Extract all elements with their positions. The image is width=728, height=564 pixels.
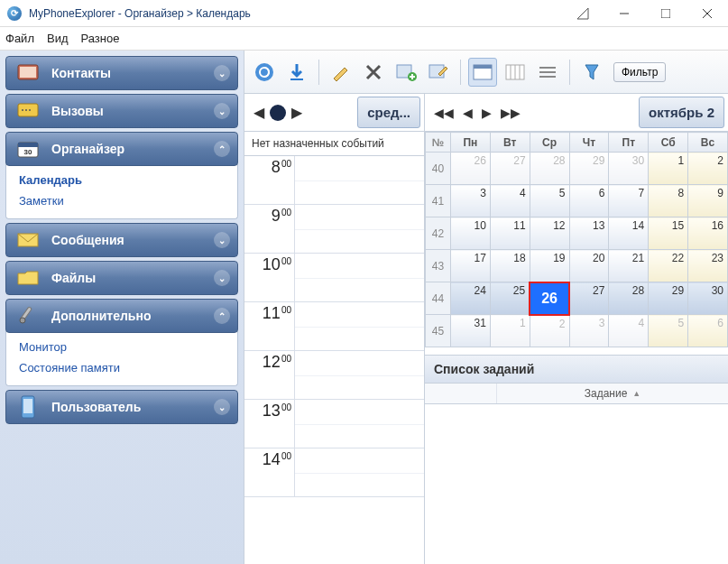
hour-row[interactable]: 1400 bbox=[244, 448, 424, 497]
nav-advanced[interactable]: Дополнительно ⌃ bbox=[5, 299, 238, 333]
hour-row[interactable]: 900 bbox=[244, 205, 424, 254]
sidebar-item-memory[interactable]: Состояние памяти bbox=[19, 357, 225, 378]
calendar-day[interactable]: 28 bbox=[530, 153, 569, 185]
hour-row[interactable]: 1300 bbox=[244, 400, 424, 448]
calendar-day[interactable]: 19 bbox=[530, 250, 569, 282]
day-prev-button[interactable]: ◀ bbox=[253, 104, 264, 121]
hour-slot[interactable] bbox=[295, 205, 424, 253]
calendar-day[interactable]: 5 bbox=[530, 185, 569, 217]
menu-misc[interactable]: Разное bbox=[81, 32, 120, 45]
month-next-button[interactable]: ▶ bbox=[482, 106, 492, 120]
hour-slot[interactable] bbox=[295, 351, 424, 399]
hour-row[interactable]: 1000 bbox=[244, 254, 424, 302]
nav-user[interactable]: Пользователь ⌄ bbox=[5, 390, 238, 424]
month-label[interactable]: октябрь 2 bbox=[639, 97, 724, 128]
month-last-button[interactable]: ▶▶ bbox=[501, 106, 521, 120]
calendar-day[interactable]: 30 bbox=[609, 153, 649, 185]
calendar-day[interactable]: 31 bbox=[451, 315, 491, 347]
month-first-button[interactable]: ◀◀ bbox=[434, 106, 454, 120]
calendar-day[interactable]: 20 bbox=[569, 250, 609, 282]
tasks-col-name[interactable]: Задание▲ bbox=[497, 384, 728, 403]
hour-row[interactable]: 1200 bbox=[244, 351, 424, 400]
edit-event-button[interactable] bbox=[424, 58, 453, 87]
day-next-button[interactable]: ▶ bbox=[291, 104, 302, 121]
calendar-day[interactable]: 29 bbox=[569, 153, 609, 185]
calendar-day[interactable]: 4 bbox=[490, 185, 530, 217]
add-user-button[interactable] bbox=[392, 58, 420, 87]
sidebar-item-calendar[interactable]: Календарь bbox=[19, 170, 225, 190]
calendar-day[interactable]: 10 bbox=[451, 217, 491, 250]
nav-organizer[interactable]: 30 Органайзер ⌃ bbox=[5, 132, 238, 166]
calendar-day[interactable]: 25 bbox=[490, 282, 530, 315]
calendar-day[interactable]: 12 bbox=[530, 217, 569, 250]
calendar-day[interactable]: 22 bbox=[649, 250, 688, 282]
tasks-col-check[interactable] bbox=[425, 384, 497, 403]
calendar-day[interactable]: 16 bbox=[688, 217, 728, 250]
day-label[interactable]: сред... bbox=[357, 97, 420, 128]
calendar-day[interactable]: 2 bbox=[688, 153, 728, 185]
svg-rect-1 bbox=[661, 9, 670, 18]
hour-slot[interactable] bbox=[295, 254, 424, 301]
calendar-day[interactable]: 4 bbox=[609, 315, 649, 347]
calendar-day[interactable]: 29 bbox=[649, 282, 688, 315]
dayview-button[interactable] bbox=[468, 58, 497, 87]
calendar-day[interactable]: 26 bbox=[530, 282, 569, 315]
calendar-day[interactable]: 21 bbox=[609, 250, 649, 282]
calendar-day[interactable]: 8 bbox=[649, 185, 688, 217]
new-button[interactable] bbox=[327, 58, 355, 87]
hour-slot[interactable] bbox=[295, 302, 424, 350]
nav-contacts[interactable]: Контакты ⌄ bbox=[5, 56, 238, 90]
delete-button[interactable] bbox=[359, 58, 388, 87]
calendar-day[interactable]: 26 bbox=[451, 153, 491, 185]
sidebar-item-notes[interactable]: Заметки bbox=[19, 190, 225, 211]
weekview-button[interactable] bbox=[501, 58, 530, 87]
maximize-button[interactable] bbox=[645, 0, 687, 27]
hour-slot[interactable] bbox=[295, 448, 424, 496]
tasks-body[interactable] bbox=[425, 404, 728, 490]
calendar-day[interactable]: 7 bbox=[609, 185, 649, 217]
calendar-day[interactable]: 2 bbox=[530, 315, 569, 347]
nav-calls[interactable]: Вызовы ⌄ bbox=[5, 94, 238, 128]
calendar-day[interactable]: 6 bbox=[688, 315, 728, 347]
calendar-day[interactable]: 9 bbox=[688, 185, 728, 217]
calendar-day[interactable]: 6 bbox=[569, 185, 609, 217]
calendar-day[interactable]: 27 bbox=[569, 282, 609, 315]
filter-icon[interactable] bbox=[577, 58, 606, 87]
calendar-day[interactable]: 3 bbox=[451, 185, 491, 217]
listview-button[interactable] bbox=[533, 58, 562, 87]
calendar-day[interactable]: 15 bbox=[649, 217, 688, 250]
close-button[interactable] bbox=[687, 0, 728, 27]
minimize-button[interactable] bbox=[604, 0, 645, 27]
calendar-day[interactable]: 1 bbox=[649, 153, 688, 185]
nav-messages[interactable]: Сообщения ⌄ bbox=[5, 223, 238, 257]
day-today-button[interactable] bbox=[270, 105, 286, 121]
calendar-day[interactable]: 27 bbox=[490, 153, 530, 185]
calendar-day[interactable]: 14 bbox=[609, 217, 649, 250]
calendar-day[interactable]: 23 bbox=[688, 250, 728, 282]
hour-slot[interactable] bbox=[295, 156, 424, 204]
calendar-day[interactable]: 5 bbox=[649, 315, 688, 347]
menu-file[interactable]: Файл bbox=[5, 32, 34, 45]
dow-header: Вт bbox=[490, 133, 530, 153]
menu-view[interactable]: Вид bbox=[47, 32, 69, 45]
sidebar-item-monitor[interactable]: Монитор bbox=[19, 337, 225, 357]
filter-button[interactable]: Фильтр bbox=[613, 62, 666, 82]
sync-button[interactable] bbox=[250, 58, 279, 87]
download-button[interactable] bbox=[282, 58, 311, 87]
calendar-day[interactable]: 13 bbox=[569, 217, 609, 250]
calendar-day[interactable]: 28 bbox=[609, 282, 649, 315]
calendar-day[interactable]: 18 bbox=[490, 250, 530, 282]
calendar-day[interactable]: 30 bbox=[688, 282, 728, 315]
hour-row[interactable]: 800 bbox=[244, 156, 424, 205]
calendar-day[interactable]: 17 bbox=[451, 250, 491, 282]
calendar-day[interactable]: 24 bbox=[451, 282, 491, 315]
calendar-day[interactable]: 11 bbox=[490, 217, 530, 250]
hour-row[interactable]: 1100 bbox=[244, 302, 424, 351]
hours-list[interactable]: 80090010001100120013001400 bbox=[244, 156, 424, 564]
month-prev-button[interactable]: ◀ bbox=[463, 106, 473, 120]
hour-slot[interactable] bbox=[295, 400, 424, 448]
calendar-day[interactable]: 3 bbox=[569, 315, 609, 347]
calendar-day[interactable]: 1 bbox=[490, 315, 530, 347]
nav-files[interactable]: Файлы ⌄ bbox=[5, 261, 238, 295]
chevron-up-icon: ⌃ bbox=[214, 308, 230, 324]
